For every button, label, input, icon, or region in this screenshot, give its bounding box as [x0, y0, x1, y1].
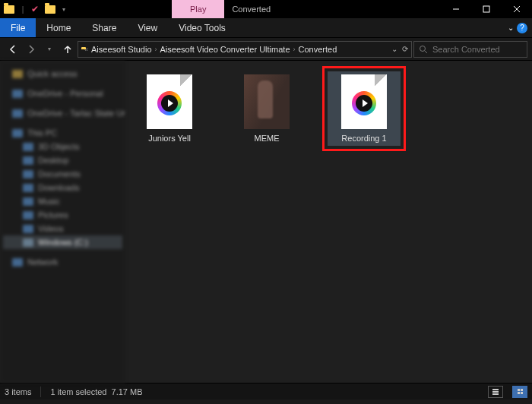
file-label: MEME [255, 134, 280, 143]
file-grid[interactable]: Juniors YellMEMERecording 1 [125, 61, 532, 383]
folder-icon [23, 238, 33, 247]
grid-icon [518, 389, 523, 394]
nav-item[interactable]: Quick access [3, 67, 122, 80]
nav-item-label: This PC [27, 128, 57, 137]
breadcrumb[interactable]: « Aiseesoft Studio › Aiseesoft Video Con… [78, 41, 412, 58]
up-button[interactable] [59, 41, 76, 58]
refresh-icon[interactable]: ⟳ [402, 45, 408, 53]
ribbon: File Home Share View Video Tools ⌄ ? [0, 18, 532, 38]
nav-item[interactable]: Windows (C:) [3, 235, 122, 249]
maximize-button[interactable] [471, 0, 502, 18]
breadcrumb-seg-2[interactable]: Converted [299, 45, 337, 54]
file-item[interactable]: Juniors Yell [133, 71, 206, 146]
file-label: Recording 1 [341, 134, 386, 143]
titlebar: | ✔ ▾ Play Converted [0, 0, 532, 18]
pin-separator: | [17, 3, 29, 15]
list-icon [492, 389, 499, 395]
nav-item-label: Windows (C:) [38, 238, 88, 247]
svg-rect-1 [483, 6, 489, 12]
contextual-tab-play[interactable]: Play [172, 0, 224, 18]
status-bar: 3 items 1 item selected 7.17 MB [0, 383, 532, 399]
address-bar: ▾ « Aiseesoft Studio › Aiseesoft Video C… [0, 38, 532, 61]
nav-item[interactable]: Videos [3, 222, 122, 235]
folder-icon [23, 170, 33, 178]
tab-share[interactable]: Share [81, 18, 127, 37]
tab-video-tools[interactable]: Video Tools [168, 18, 236, 37]
nav-item-label: Quick access [27, 69, 77, 78]
status-selection: 1 item selected 7.17 MB [50, 387, 142, 396]
status-item-count: 3 items [5, 387, 31, 396]
navigation-pane[interactable]: Quick accessOneDrive - PersonalOneDrive … [0, 61, 125, 383]
nav-item-label: Music [38, 197, 60, 206]
svg-line-5 [425, 51, 427, 53]
play-icon [157, 91, 182, 115]
folder-icon [3, 3, 15, 15]
folder-icon [23, 211, 33, 219]
folder-icon [12, 90, 23, 98]
search-icon [419, 45, 428, 54]
folder-icon [23, 197, 33, 206]
breadcrumb-seg-1[interactable]: Aiseesoft Video Converter Ultimate [160, 45, 290, 54]
divider [40, 387, 41, 397]
nav-item-label: Downloads [38, 183, 79, 192]
folder-icon [23, 143, 33, 151]
nav-item[interactable]: 3D Objects [3, 140, 122, 153]
chevron-right-icon: › [293, 46, 296, 53]
folder-icon [12, 129, 23, 137]
nav-item[interactable]: Pictures [3, 208, 122, 222]
breadcrumb-seg-0[interactable]: Aiseesoft Studio [91, 45, 152, 54]
quick-access-toolbar: | ✔ ▾ [0, 0, 73, 18]
video-file-icon [147, 74, 192, 129]
nav-item[interactable]: Desktop [3, 153, 122, 167]
icons-view-button[interactable] [512, 386, 527, 398]
nav-item-label: OneDrive - Tarlac State Un [27, 109, 125, 118]
nav-item-label: OneDrive - Personal [27, 89, 103, 98]
nav-item[interactable]: OneDrive - Personal [3, 87, 122, 100]
file-label: Juniors Yell [148, 134, 191, 143]
new-folder-icon[interactable] [44, 3, 56, 15]
nav-item-label: Pictures [38, 210, 68, 219]
svg-point-4 [420, 46, 426, 51]
details-view-button[interactable] [488, 386, 503, 398]
folder-icon [12, 109, 23, 118]
nav-item-label: Desktop [38, 156, 68, 165]
explorer-body: Quick accessOneDrive - PersonalOneDrive … [0, 61, 532, 383]
nav-item-label: Documents [38, 169, 81, 178]
help-icon[interactable]: ? [517, 23, 527, 33]
back-button[interactable] [5, 41, 21, 58]
folder-icon [12, 258, 23, 267]
chevron-right-icon: › [155, 46, 157, 53]
folder-icon [23, 156, 33, 165]
file-item[interactable]: MEME [230, 71, 303, 146]
window-title: Converted [224, 0, 441, 18]
tab-view[interactable]: View [127, 18, 168, 37]
folder-icon [23, 184, 33, 192]
minimize-button[interactable] [441, 0, 471, 18]
nav-item[interactable]: This PC [3, 126, 122, 140]
video-file-icon [341, 74, 387, 129]
nav-item[interactable]: Music [3, 194, 122, 208]
nav-item[interactable]: Network [3, 255, 122, 269]
nav-item[interactable]: Downloads [3, 181, 122, 194]
window-controls [441, 0, 532, 18]
nav-item-label: 3D Objects [38, 142, 79, 151]
nav-item-label: Network [27, 257, 58, 267]
address-dropdown-icon[interactable]: ⌄ [391, 45, 397, 53]
recent-dropdown-icon[interactable]: ▾ [41, 41, 58, 58]
search-placeholder: Search Converted [432, 45, 500, 54]
close-button[interactable] [502, 0, 532, 18]
file-tab[interactable]: File [0, 18, 36, 37]
forward-button[interactable] [23, 41, 40, 58]
search-input[interactable]: Search Converted [413, 41, 527, 58]
properties-icon[interactable]: ✔ [30, 3, 43, 15]
qat-dropdown-icon[interactable]: ▾ [58, 3, 70, 15]
play-icon [352, 91, 376, 115]
photo-thumbnail [244, 74, 290, 129]
tab-home[interactable]: Home [36, 18, 81, 37]
file-item[interactable]: Recording 1 [328, 71, 401, 146]
nav-item-label: Videos [38, 224, 63, 233]
folder-icon [12, 70, 23, 78]
ribbon-expand-icon[interactable]: ⌄ [508, 24, 514, 32]
nav-item[interactable]: Documents [3, 167, 122, 181]
nav-item[interactable]: OneDrive - Tarlac State Un [3, 106, 122, 120]
